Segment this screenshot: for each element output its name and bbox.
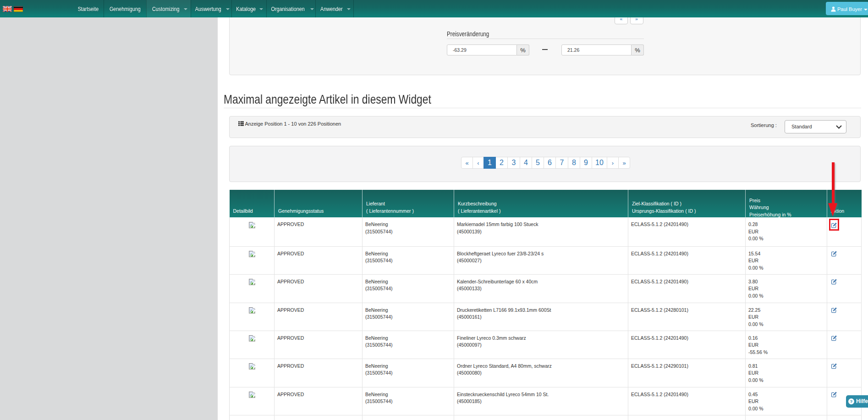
svg-text:?: ? xyxy=(850,398,853,403)
